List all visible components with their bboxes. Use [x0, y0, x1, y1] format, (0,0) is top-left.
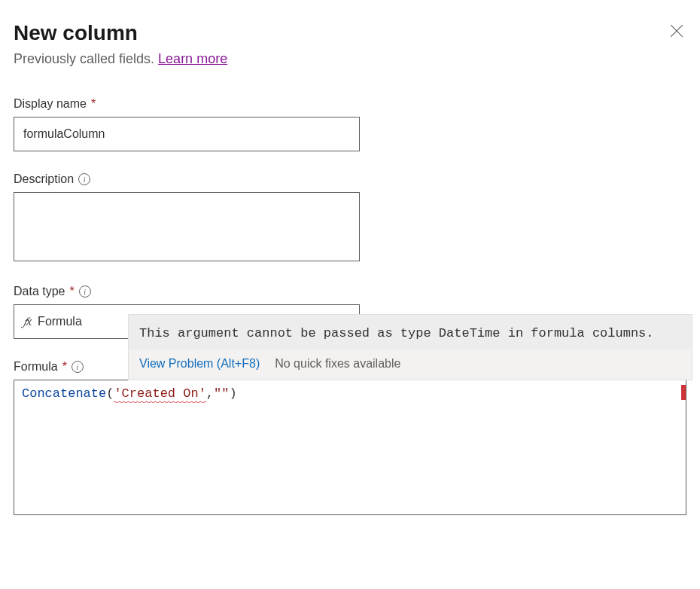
diagnostic-popup: This argument cannot be passed as type D… [128, 314, 692, 380]
description-label: Description [14, 172, 74, 186]
display-name-label: Display name [14, 97, 87, 111]
formula-token-function: Concatenate [22, 386, 106, 401]
formula-editor[interactable]: Concatenate('Created On',"") [14, 380, 686, 515]
formula-label: Formula [14, 360, 58, 374]
display-name-input[interactable] [14, 117, 360, 151]
formula-token-comma: , [206, 386, 214, 401]
required-indicator: * [69, 285, 74, 298]
description-input[interactable] [14, 192, 360, 261]
info-icon[interactable]: i [79, 285, 91, 298]
formula-token-string: "" [214, 386, 229, 401]
error-marker [681, 385, 686, 400]
required-indicator: * [91, 97, 96, 111]
close-button[interactable] [667, 21, 686, 43]
view-problem-link[interactable]: View Problem (Alt+F8) [139, 357, 260, 371]
formula-token-paren: ) [229, 386, 236, 401]
info-icon[interactable]: i [72, 361, 84, 373]
panel-title: New column [14, 21, 227, 45]
fx-icon: 𝑓x [23, 315, 32, 328]
info-icon[interactable]: i [78, 173, 90, 185]
no-quick-fixes-text: No quick fixes available [275, 357, 400, 371]
learn-more-link[interactable]: Learn more [158, 51, 227, 66]
diagnostic-message: This argument cannot be passed as type D… [129, 315, 692, 349]
formula-token-paren: ( [106, 386, 114, 401]
required-indicator: * [62, 360, 67, 374]
close-icon [670, 24, 683, 38]
data-type-value: Formula [38, 315, 82, 328]
data-type-label: Data type [14, 285, 65, 298]
subtitle-text: Previously called fields. [14, 51, 158, 66]
panel-subtitle: Previously called fields. Learn more [14, 51, 227, 67]
formula-token-arg-error: 'Created On' [114, 386, 205, 401]
